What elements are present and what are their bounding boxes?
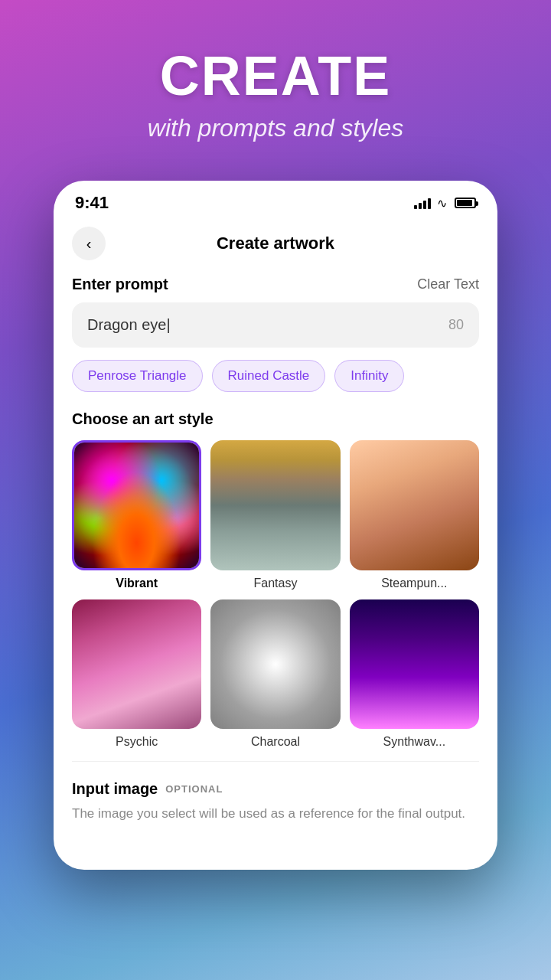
nav-header: ‹ Create artwork xyxy=(54,219,497,276)
art-style-charcoal-label: Charcoal xyxy=(251,735,300,749)
art-style-fantasy-label: Fantasy xyxy=(254,577,298,590)
prompt-char-count: 80 xyxy=(448,317,464,333)
art-style-vibrant[interactable]: Vibrant xyxy=(72,440,201,590)
status-time: 9:41 xyxy=(75,193,109,213)
phone-frame: 9:41 ∿ ‹ Create artwork Enter prompt Cle… xyxy=(54,181,497,870)
input-image-label: Input image xyxy=(72,780,158,798)
prompt-label: Enter prompt xyxy=(72,276,168,293)
page-title: Create artwork xyxy=(106,234,445,253)
prompt-input-box[interactable]: Dragon eye| 80 xyxy=(72,302,479,348)
art-style-synthwave[interactable]: Synthwav... xyxy=(350,599,479,749)
art-style-charcoal[interactable]: Charcoal xyxy=(210,599,340,749)
art-style-synthwave-label: Synthwav... xyxy=(383,735,446,749)
back-button[interactable]: ‹ xyxy=(72,227,106,260)
hero-section: CREATE with prompts and styles xyxy=(0,0,551,165)
back-icon: ‹ xyxy=(86,235,92,253)
prompt-header: Enter prompt Clear Text xyxy=(72,276,479,293)
art-style-title: Choose an art style xyxy=(72,410,479,428)
chip-infinity[interactable]: Infinity xyxy=(334,360,404,392)
status-icons: ∿ xyxy=(414,196,476,211)
art-style-steampunk-label: Steampun... xyxy=(381,577,447,590)
chip-penrose[interactable]: Penrose Triangle xyxy=(72,360,203,392)
chip-ruined-castle[interactable]: Ruined Castle xyxy=(212,360,326,392)
wifi-icon: ∿ xyxy=(437,196,447,211)
art-style-vibrant-label: Vibrant xyxy=(116,577,158,590)
content-area: Enter prompt Clear Text Dragon eye| 80 P… xyxy=(54,276,497,835)
art-style-psychic-label: Psychic xyxy=(116,735,158,749)
hero-subtitle: with prompts and styles xyxy=(31,114,520,142)
battery-icon xyxy=(455,198,476,208)
input-image-section: Input image OPTIONAL The image you selec… xyxy=(72,761,479,836)
input-image-header: Input image OPTIONAL xyxy=(72,780,479,798)
status-bar: 9:41 ∿ xyxy=(54,181,497,219)
art-style-steampunk[interactable]: Steampun... xyxy=(350,440,479,590)
optional-badge: OPTIONAL xyxy=(165,783,223,795)
suggestion-chips: Penrose Triangle Ruined Castle Infinity xyxy=(72,360,479,392)
signal-icon xyxy=(414,197,431,209)
input-image-description: The image you select will be used as a r… xyxy=(72,804,479,824)
art-style-grid: Vibrant Fantasy Steampun... xyxy=(72,440,479,749)
art-style-psychic[interactable]: Psychic xyxy=(72,599,201,749)
hero-title: CREATE xyxy=(31,46,520,106)
clear-text-button[interactable]: Clear Text xyxy=(417,276,479,292)
art-style-fantasy[interactable]: Fantasy xyxy=(210,440,340,590)
prompt-value: Dragon eye| xyxy=(87,316,171,334)
